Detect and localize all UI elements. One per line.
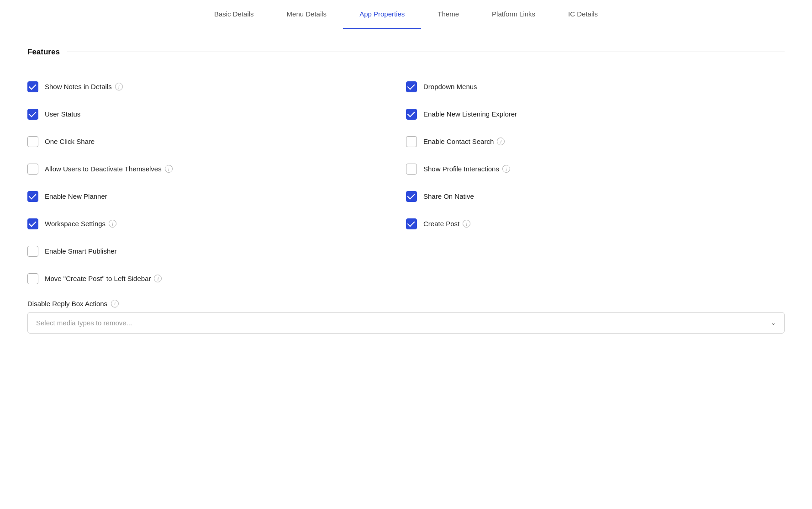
disable-reply-info-icon[interactable]: i — [111, 300, 119, 308]
feature-item-move-create-post: Move "Create Post" to Left Sidebari — [27, 265, 785, 292]
feature-item-allow-deactivate: Allow Users to Deactivate Themselvesi — [27, 155, 406, 183]
feature-text-user-status: User Status — [45, 110, 80, 118]
feature-label-dropdown-menus: Dropdown Menus — [423, 83, 477, 90]
features-section-header: Features — [27, 48, 785, 57]
feature-text-enable-planner: Enable New Planner — [45, 192, 107, 200]
info-icon-show-profile-interactions[interactable]: i — [502, 165, 510, 173]
checkbox-enable-contact-search[interactable] — [406, 136, 417, 147]
feature-label-enable-smart-publisher: Enable Smart Publisher — [45, 247, 117, 255]
checkbox-enable-listening[interactable] — [406, 109, 417, 120]
feature-item-show-profile-interactions: Show Profile Interactionsi — [406, 155, 785, 183]
feature-label-enable-planner: Enable New Planner — [45, 192, 107, 200]
feature-text-enable-smart-publisher: Enable Smart Publisher — [45, 247, 117, 255]
feature-text-show-profile-interactions: Show Profile Interactions — [423, 165, 499, 173]
feature-label-share-on-native: Share On Native — [423, 192, 474, 200]
feature-label-allow-deactivate: Allow Users to Deactivate Themselvesi — [45, 165, 173, 173]
info-icon-move-create-post[interactable]: i — [154, 275, 162, 282]
checkbox-user-status[interactable] — [27, 109, 38, 120]
checkbox-show-notes[interactable] — [27, 81, 38, 92]
right-features-col: Dropdown MenusEnable New Listening Explo… — [406, 73, 785, 238]
disable-reply-label: Disable Reply Box Actions i — [27, 300, 785, 308]
checkbox-create-post[interactable] — [406, 218, 417, 229]
checkbox-show-profile-interactions[interactable] — [406, 164, 417, 175]
checkbox-allow-deactivate[interactable] — [27, 164, 38, 175]
feature-label-enable-listening: Enable New Listening Explorer — [423, 110, 517, 118]
feature-item-enable-contact-search: Enable Contact Searchi — [406, 128, 785, 155]
feature-text-move-create-post: Move "Create Post" to Left Sidebar — [45, 275, 151, 282]
feature-item-workspace-settings: Workspace Settingsi — [27, 210, 406, 238]
feature-label-workspace-settings: Workspace Settingsi — [45, 220, 116, 228]
section-title: Features — [27, 48, 60, 57]
tab-platform-links[interactable]: Platform Links — [475, 0, 552, 29]
checkbox-share-on-native[interactable] — [406, 191, 417, 202]
feature-item-share-on-native: Share On Native — [406, 183, 785, 210]
feature-label-one-click-share: One Click Share — [45, 138, 95, 145]
feature-text-enable-contact-search: Enable Contact Search — [423, 138, 494, 145]
feature-item-one-click-share: One Click Share — [27, 128, 406, 155]
feature-text-dropdown-menus: Dropdown Menus — [423, 83, 477, 90]
feature-item-user-status: User Status — [27, 101, 406, 128]
tab-basic-details[interactable]: Basic Details — [198, 0, 270, 29]
feature-item-show-notes: Show Notes in Detailsi — [27, 73, 406, 101]
tab-app-properties[interactable]: App Properties — [343, 0, 421, 29]
tab-menu-details[interactable]: Menu Details — [270, 0, 343, 29]
checkbox-move-create-post[interactable] — [27, 273, 38, 284]
info-icon-show-notes[interactable]: i — [115, 83, 123, 90]
full-width-features: Enable Smart PublisherMove "Create Post"… — [27, 238, 785, 292]
feature-label-move-create-post: Move "Create Post" to Left Sidebari — [45, 275, 162, 282]
info-icon-workspace-settings[interactable]: i — [109, 220, 116, 228]
feature-text-show-notes: Show Notes in Details — [45, 83, 112, 90]
tab-theme[interactable]: Theme — [421, 0, 475, 29]
checkbox-enable-planner[interactable] — [27, 191, 38, 202]
feature-label-show-notes: Show Notes in Detailsi — [45, 83, 123, 90]
main-content: Features Show Notes in DetailsiUser Stat… — [0, 29, 812, 352]
feature-label-create-post: Create Posti — [423, 220, 470, 228]
checkbox-one-click-share[interactable] — [27, 136, 38, 147]
left-features-col: Show Notes in DetailsiUser StatusOne Cli… — [27, 73, 406, 238]
info-icon-enable-contact-search[interactable]: i — [497, 138, 505, 145]
info-icon-create-post[interactable]: i — [463, 220, 470, 228]
feature-item-enable-smart-publisher: Enable Smart Publisher — [27, 238, 785, 265]
info-icon-allow-deactivate[interactable]: i — [165, 165, 173, 173]
select-placeholder: Select media types to remove... — [36, 319, 132, 327]
disable-reply-text: Disable Reply Box Actions — [27, 300, 107, 308]
feature-item-create-post: Create Posti — [406, 210, 785, 238]
feature-text-workspace-settings: Workspace Settings — [45, 220, 105, 228]
feature-text-share-on-native: Share On Native — [423, 192, 474, 200]
feature-text-enable-listening: Enable New Listening Explorer — [423, 110, 517, 118]
tab-ic-details[interactable]: IC Details — [552, 0, 614, 29]
disable-reply-section: Disable Reply Box Actions i Select media… — [27, 300, 785, 334]
checkbox-dropdown-menus[interactable] — [406, 81, 417, 92]
feature-text-allow-deactivate: Allow Users to Deactivate Themselves — [45, 165, 162, 173]
feature-text-create-post: Create Post — [423, 220, 459, 228]
feature-item-enable-planner: Enable New Planner — [27, 183, 406, 210]
feature-label-show-profile-interactions: Show Profile Interactionsi — [423, 165, 510, 173]
checkbox-enable-smart-publisher[interactable] — [27, 246, 38, 257]
feature-label-enable-contact-search: Enable Contact Searchi — [423, 138, 505, 145]
features-grid: Show Notes in DetailsiUser StatusOne Cli… — [27, 73, 785, 238]
feature-text-one-click-share: One Click Share — [45, 138, 95, 145]
section-divider — [67, 52, 785, 52]
feature-item-enable-listening: Enable New Listening Explorer — [406, 101, 785, 128]
feature-item-dropdown-menus: Dropdown Menus — [406, 73, 785, 101]
disable-reply-select[interactable]: Select media types to remove... ⌄ — [27, 312, 785, 334]
checkbox-workspace-settings[interactable] — [27, 218, 38, 229]
feature-label-user-status: User Status — [45, 110, 80, 118]
tab-bar: Basic DetailsMenu DetailsApp PropertiesT… — [0, 0, 812, 29]
chevron-down-icon: ⌄ — [771, 319, 776, 326]
